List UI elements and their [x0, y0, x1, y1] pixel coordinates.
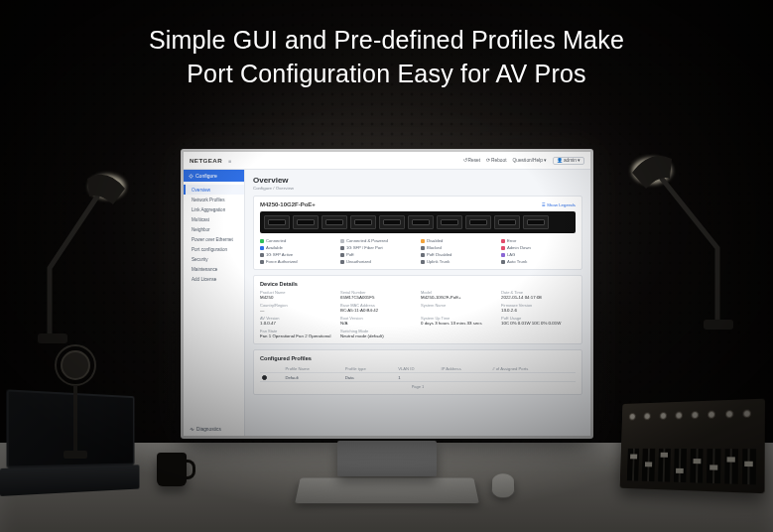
legend-swatch	[340, 253, 344, 257]
legend-item: Uplink Trunk	[421, 259, 495, 264]
table-pager[interactable]: Page 1	[260, 384, 576, 389]
legend-item: Unauthorized	[340, 259, 415, 264]
table-cell	[440, 373, 491, 382]
switch-port[interactable]	[350, 215, 376, 229]
sidebar-item-add-license[interactable]: Add License	[184, 274, 244, 284]
legend-swatch	[421, 246, 425, 250]
switch-port[interactable]	[293, 215, 319, 229]
detail-value: BC:A5:11:A0:B4:42	[340, 308, 415, 313]
sidebar-tab-diagnostics[interactable]: Diagnostics	[184, 423, 244, 436]
svg-point-7	[190, 175, 192, 177]
legend-item: Connected & Powered	[340, 238, 415, 243]
legend-label: Available	[266, 245, 283, 250]
legend-swatch	[340, 260, 344, 264]
legend-item: Available	[260, 245, 334, 250]
detail-value: —	[260, 308, 334, 313]
reboot-button[interactable]: ⟳ Reboot	[486, 158, 506, 163]
coffee-mug	[157, 453, 187, 486]
user-menu[interactable]: 👤 admin ▾	[553, 157, 584, 165]
legend-label: Uplink Trunk	[427, 259, 450, 264]
legend-label: LAG	[507, 252, 515, 257]
detail-item: Firmware Version13.0.2.6	[501, 303, 576, 313]
detail-value: M4250-10G2F-PoE+	[421, 295, 495, 300]
legend-label: Connected	[266, 238, 286, 243]
switch-port[interactable]	[465, 215, 491, 229]
sidebar: Configure Overview Network Profiles Link…	[184, 170, 245, 436]
table-header[interactable]	[260, 364, 284, 373]
switch-port[interactable]	[379, 215, 405, 229]
profiles-table: Profile NameProfile typeVLAN IDIP Addres…	[260, 364, 576, 382]
sidebar-item-multicast[interactable]: Multicast	[184, 214, 244, 224]
reset-button[interactable]: ↺ Reset	[463, 158, 481, 163]
breadcrumb: Configure / Overview	[253, 186, 582, 191]
sidebar-item-port-config[interactable]: Port configuration	[184, 244, 244, 254]
table-header[interactable]: Profile type	[343, 364, 396, 373]
legend-swatch	[421, 260, 425, 264]
detail-item: Date & Time2022-01-14 04:17:08	[501, 290, 576, 300]
sidebar-item-security[interactable]: Security	[184, 254, 244, 264]
hero-line-2: Port Configuration Easy for AV Pros	[0, 58, 773, 91]
switch-port[interactable]	[437, 215, 462, 229]
sidebar-item-neighbor[interactable]: Neighbor	[184, 224, 244, 234]
table-header[interactable]: VLAN ID	[396, 364, 439, 373]
legend-item: PoE	[340, 252, 415, 257]
legend-swatch	[421, 253, 425, 257]
svg-point-4	[62, 351, 89, 379]
help-link[interactable]: Question/Help ▾	[513, 158, 547, 163]
legend-swatch	[260, 253, 264, 257]
legend-label: 1G SFP / Fiber Port	[346, 245, 383, 250]
legend-label: Blocked	[427, 245, 442, 250]
table-cell	[490, 373, 576, 382]
sidebar-item-link-aggregation[interactable]: Link Aggregation	[184, 204, 244, 214]
legend-label: PoE	[346, 252, 354, 257]
table-header[interactable]: Profile Name	[284, 364, 343, 373]
row-radio[interactable]	[262, 375, 267, 380]
legend-label: Error	[507, 238, 516, 243]
detail-value: 10C 0% 0.01W 10C 0% 0.01W	[501, 321, 576, 326]
legend-item: Auto Trunk	[501, 259, 576, 264]
switch-port[interactable]	[264, 215, 290, 229]
switch-port[interactable]	[322, 215, 347, 229]
switch-port[interactable]	[408, 215, 434, 229]
page-title: Overview	[253, 176, 582, 185]
model-name: M4250-10G2F-PoE+	[260, 201, 316, 207]
legend-swatch	[260, 246, 264, 250]
legend-label: 1G SFP Active	[266, 252, 293, 257]
table-header[interactable]: IP Address	[440, 364, 491, 373]
legend-label: PoE Disabled	[427, 252, 451, 257]
svg-rect-3	[704, 320, 733, 330]
legend-label: Disabled	[427, 238, 443, 243]
show-legends-link[interactable]: ☰ Show Legends	[542, 202, 576, 207]
app-window: NETGEAR ≡ ↺ Reset ⟳ Reboot Question/Help…	[184, 152, 590, 436]
table-row[interactable]: DefaultData1	[260, 373, 576, 382]
legend-item: Admin Down	[501, 245, 576, 250]
legend-label: Unauthorized	[346, 259, 371, 264]
detail-value: N/A	[340, 321, 415, 326]
detail-item: Country/Region—	[260, 303, 334, 313]
sidebar-item-maintenance[interactable]: Maintenance	[184, 264, 244, 274]
sidebar-tab-configure[interactable]: Configure	[184, 170, 244, 182]
mouse	[492, 473, 515, 497]
switch-graphic	[260, 211, 576, 233]
detail-item: Switching ModeNeutral mode (default)	[340, 329, 415, 338]
switch-port[interactable]	[494, 215, 520, 229]
sidebar-item-network-profiles[interactable]: Network Profiles	[184, 195, 244, 204]
detail-value: 2022-01-14 04:17:08	[501, 295, 576, 300]
brand-logo: NETGEAR	[190, 157, 222, 164]
table-cell	[260, 373, 284, 382]
legend-item: Connected	[260, 238, 334, 243]
table-header[interactable]: # of Assigned Ports	[490, 364, 576, 373]
sidebar-item-poe[interactable]: Power over Ethernet	[184, 234, 244, 244]
legend-swatch	[340, 239, 344, 243]
detail-value: M4250	[260, 295, 334, 300]
menu-icon[interactable]: ≡	[228, 158, 231, 164]
detail-item: Product NameM4250	[260, 290, 334, 300]
legend-swatch	[421, 239, 425, 243]
detail-item: ModelM4250-10G2F-PoE+	[421, 290, 495, 300]
switch-port[interactable]	[523, 215, 549, 229]
model-card: M4250-10G2F-PoE+ ☰ Show Legends	[253, 196, 582, 270]
configured-profiles-title: Configured Profiles	[260, 355, 576, 361]
sidebar-item-overview[interactable]: Overview	[184, 185, 244, 195]
legend-item: LAG	[501, 252, 576, 257]
detail-key: System Name	[421, 303, 495, 308]
